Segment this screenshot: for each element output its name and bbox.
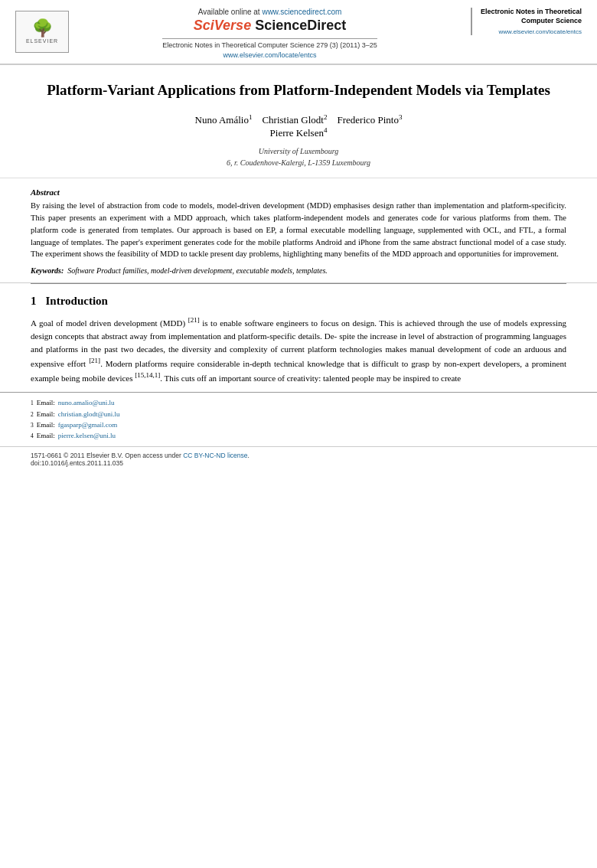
footnote-3-email[interactable]: fgasparp@gmail.com [58, 419, 118, 430]
footnotes: 1 Email: nuno.amalio@uni.lu 2 Email: chr… [0, 392, 597, 446]
footnote-4-label: Email: [37, 430, 55, 441]
author-3: Frederico Pinto3 [337, 114, 402, 126]
header-right: Electronic Notes in Theoretical Computer… [471, 8, 582, 35]
header: 🌳 ELSEVIER Available online at www.scien… [0, 0, 597, 65]
section-1-number: 1 [31, 295, 37, 308]
author-4: Pierre Kelsen4 [270, 127, 328, 139]
elsevier-logo: 🌳 ELSEVIER [15, 11, 69, 53]
ref-15-14-1: [15,14,1] [135, 371, 160, 379]
available-online: Available online at www.sciencedirect.co… [198, 8, 342, 16]
title-section: Platform-Variant Applications from Platf… [0, 65, 597, 178]
abstract-title: Abstract [31, 188, 566, 197]
introduction-section: 1 Introduction A goal of model driven de… [0, 284, 597, 392]
ref-21b: [21] [89, 357, 100, 364]
journal-website-right[interactable]: www.elsevier.com/locate/entcs [478, 28, 582, 35]
author-2: Christian Glodt2 [262, 114, 327, 126]
license-bar: 1571-0661 © 2011 Elsevier B.V. Open acce… [0, 446, 597, 472]
section-1-title: Introduction [46, 295, 108, 308]
footnote-4-email[interactable]: pierre.kelsen@uni.lu [58, 430, 116, 441]
section-1-text: A goal of model driven development (MDD)… [31, 315, 566, 384]
section-1-header: 1 Introduction [31, 295, 566, 308]
footnote-2-num: 2 [31, 410, 34, 419]
keywords: Keywords: Software Product families, mod… [31, 266, 566, 275]
footnote-4: 4 Email: pierre.kelsen@uni.lu [31, 430, 566, 441]
footnote-3-num: 3 [31, 421, 34, 430]
footnote-1: 1 Email: nuno.amalio@uni.lu [31, 397, 566, 408]
footnote-1-label: Email: [37, 397, 55, 408]
footnote-1-email[interactable]: nuno.amalio@uni.lu [58, 397, 115, 408]
footnote-2: 2 Email: christian.glodt@uni.lu [31, 409, 566, 419]
affiliation-university: University of Luxembourg [259, 147, 339, 155]
keywords-values: Software Product families, model-driven … [67, 266, 327, 275]
affiliation-address: 6, r. Coudenhove-Kalergi, L-1359 Luxembo… [227, 158, 370, 167]
journal-name: Electronic Notes in Theoretical Computer… [478, 8, 582, 25]
page: 🌳 ELSEVIER Available online at www.scien… [0, 0, 597, 868]
footnote-3-label: Email: [37, 419, 55, 430]
journal-website-link[interactable]: www.elsevier.com/locate/entcs [223, 51, 316, 59]
doi-text: doi:10.1016/j.entcs.2011.11.035 [31, 459, 566, 467]
footnote-4-num: 4 [31, 432, 34, 441]
footnote-2-label: Email: [37, 409, 55, 419]
journal-citation-line: Electronic Notes in Theoretical Computer… [162, 38, 377, 49]
license-text: 1571-0661 © 2011 Elsevier B.V. Open acce… [31, 452, 566, 459]
sciencedirect-link[interactable]: www.sciencedirect.com [262, 8, 341, 16]
footnote-3: 3 Email: fgasparp@gmail.com [31, 419, 566, 430]
footnote-2-email[interactable]: christian.glodt@uni.lu [58, 409, 120, 419]
footnote-1-num: 1 [31, 399, 34, 408]
abstract-section: Abstract By raising the level of abstrac… [0, 178, 597, 283]
authors: Nuno Amálio1 Christian Glodt2 Frederico … [46, 113, 551, 140]
paper-title: Platform-Variant Applications from Platf… [46, 80, 551, 101]
header-center: Available online at www.sciencedirect.co… [77, 8, 463, 59]
keywords-label: Keywords: [31, 266, 64, 275]
author-1: Nuno Amálio1 [195, 114, 253, 126]
journal-brand: SciVerse ScienceDirect [194, 18, 346, 34]
ref-21a: [21] [188, 316, 200, 324]
cc-license-link[interactable]: CC BY-NC-ND license [183, 452, 247, 459]
abstract-text: By raising the level of abstraction from… [31, 200, 566, 260]
affiliation: University of Luxembourg 6, r. Coudenhov… [46, 145, 551, 168]
elsevier-label: ELSEVIER [26, 38, 58, 44]
